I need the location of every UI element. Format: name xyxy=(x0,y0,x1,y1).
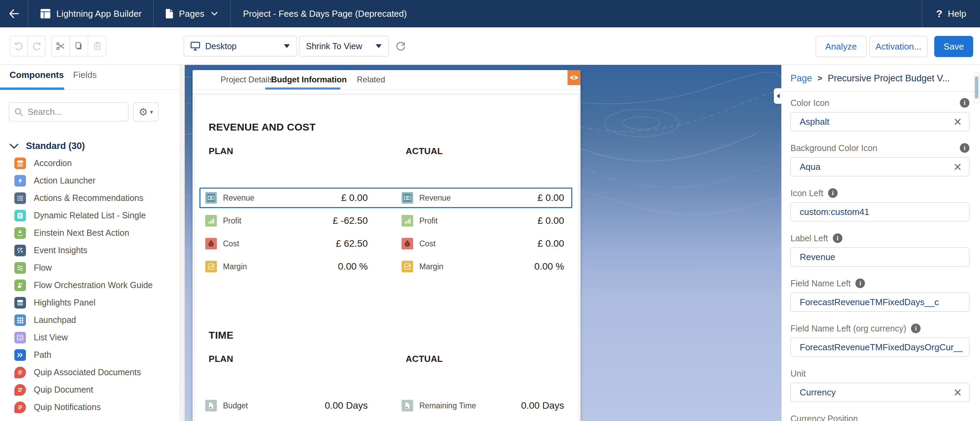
metric-value: £ 0.00 xyxy=(538,215,564,226)
breadcrumb-separator: > xyxy=(818,73,822,83)
zoom-selector[interactable]: Shrink To View xyxy=(299,36,389,56)
standard-section-header[interactable]: Standard (30) xyxy=(10,141,85,151)
search-icon xyxy=(14,107,24,117)
field-input[interactable]: Aqua× xyxy=(791,157,969,176)
analyze-button[interactable]: Analyze xyxy=(816,36,866,57)
paste-button[interactable] xyxy=(88,36,107,56)
info-icon[interactable]: i xyxy=(828,188,838,198)
component-item[interactable]: Accordion xyxy=(0,155,184,172)
tab-components[interactable]: Components xyxy=(10,70,64,80)
component-label: Einstein Next Best Action xyxy=(34,228,129,238)
field-input[interactable]: ForecastRevenueTMFixedDaysOrgCur__c xyxy=(791,338,969,357)
properties-panel: Page > Precursive Project Budget V... Co… xyxy=(781,65,980,421)
metric-value: £ -62.50 xyxy=(332,215,368,226)
component-item[interactable]: Quip Notifications xyxy=(0,399,184,416)
component-item[interactable]: List View xyxy=(0,329,184,346)
component-label: Quip Associated Documents xyxy=(34,367,141,377)
device-selector[interactable]: Desktop xyxy=(184,36,297,56)
field-label: Label Left xyxy=(791,233,828,243)
eye-icon xyxy=(570,75,578,81)
property-fields: Color IconiAsphalt×Background Color Icon… xyxy=(791,98,969,421)
metric-row[interactable]: $Cost£ 62.50$Cost£ 0.00 xyxy=(199,233,572,254)
cut-button[interactable] xyxy=(51,36,70,56)
component-item[interactable]: Action Launcher xyxy=(0,172,184,189)
back-button[interactable] xyxy=(0,0,28,27)
page-canvas: Project Details Budget Information Relat… xyxy=(185,65,781,421)
component-label: Quip Document xyxy=(34,385,93,395)
header: Lightning App Builder Pages Project - Fe… xyxy=(0,0,980,27)
metric-row[interactable]: Budget0.00 DaysRemaining Time0.00 Days xyxy=(199,395,572,416)
metric-label: Revenue xyxy=(223,193,255,203)
metric-label: Remaining Time xyxy=(419,401,476,410)
help-button[interactable]: ? Help xyxy=(922,0,980,27)
section-title: Standard (30) xyxy=(26,141,85,151)
pages-menu[interactable]: Pages xyxy=(154,0,231,27)
component-item[interactable]: Actions & Recommendations xyxy=(0,189,184,207)
component-item[interactable]: Einstein Next Best Action xyxy=(0,224,184,242)
field-input[interactable]: custom:custom41 xyxy=(791,202,969,222)
component-item[interactable]: Flow xyxy=(0,259,184,276)
metric-value: £ 0.00 xyxy=(538,192,564,203)
component-item[interactable]: Flow Orchestration Work Guide xyxy=(0,276,184,294)
info-icon[interactable]: i xyxy=(833,233,842,243)
panel-scrollbar-thumb[interactable] xyxy=(975,76,978,99)
field-input[interactable]: ForecastRevenueTMFixedDays__c xyxy=(791,292,969,312)
info-icon[interactable]: i xyxy=(911,324,921,333)
field-label: Currency Position xyxy=(791,414,858,421)
metric-row[interactable]: Profit£ -62.50Profit£ 0.00 xyxy=(199,210,572,231)
breadcrumb-page-link[interactable]: Page xyxy=(791,73,812,84)
info-icon[interactable]: i xyxy=(960,143,969,153)
component-item[interactable]: Event Insights xyxy=(0,242,184,259)
tab-project-details[interactable]: Project Details xyxy=(221,75,274,85)
refresh-button[interactable] xyxy=(391,36,410,56)
caret-down-icon: ▾ xyxy=(150,108,153,116)
component-item[interactable]: Dynamic Related List - Single xyxy=(0,207,184,224)
metric-cell-actual: Revenue£ 0.00 xyxy=(402,189,564,207)
undo-button[interactable] xyxy=(10,36,28,56)
app-builder-icon xyxy=(40,8,51,19)
app-builder-home[interactable]: Lightning App Builder xyxy=(28,0,153,27)
question-icon: ? xyxy=(936,8,942,19)
lightning-app-builder: Lightning App Builder Pages Project - Fe… xyxy=(0,0,980,421)
component-item[interactable]: Launchpad xyxy=(0,311,184,329)
field-value: ForecastRevenueTMFixedDaysOrgCur__c xyxy=(800,342,963,352)
undo-icon xyxy=(14,41,24,51)
component-item[interactable]: Quip Associated Documents xyxy=(0,364,184,381)
metric-cell-actual: $Cost£ 0.00 xyxy=(402,234,564,253)
info-icon[interactable]: i xyxy=(960,98,969,108)
metric-row[interactable]: Margin0.00 %Margin0.00 % xyxy=(199,256,572,277)
info-icon[interactable]: i xyxy=(855,279,865,288)
tab-fields[interactable]: Fields xyxy=(73,70,97,80)
copy-button[interactable] xyxy=(70,36,88,56)
collapse-panel-button[interactable] xyxy=(774,88,782,104)
tab-budget-information[interactable]: Budget Information xyxy=(271,75,347,85)
component-label: Flow xyxy=(34,263,52,273)
actual-header: ACTUAL xyxy=(406,146,443,156)
field-input[interactable]: Revenue xyxy=(791,247,969,266)
search-input[interactable] xyxy=(28,107,123,117)
component-item[interactable]: Quip Document xyxy=(0,381,184,399)
component-item[interactable]: Highlights Panel xyxy=(0,294,184,311)
activation-button[interactable]: Activation... xyxy=(869,36,928,57)
active-tab-underline xyxy=(265,88,340,89)
tab-related[interactable]: Related xyxy=(357,75,385,85)
settings-dropdown-button[interactable]: ⚙ ▾ xyxy=(133,102,158,121)
field-value: Aqua xyxy=(800,162,821,172)
field-value: custom:custom41 xyxy=(800,207,869,217)
redo-button[interactable] xyxy=(28,36,45,56)
field-input[interactable]: Currency× xyxy=(791,383,969,402)
panel-scrollbar[interactable] xyxy=(974,72,979,104)
save-button[interactable]: Save xyxy=(934,36,973,57)
sidebar-scrollbar[interactable] xyxy=(180,65,184,421)
metric-cell-plan: Profit£ -62.50 xyxy=(205,212,368,230)
metric-row[interactable]: Revenue£ 0.00Revenue£ 0.00 xyxy=(199,188,572,208)
field-value: Asphalt xyxy=(800,116,829,127)
visibility-badge[interactable] xyxy=(568,70,581,85)
actual-header: ACTUAL xyxy=(406,354,443,364)
component-item[interactable]: Path xyxy=(0,346,184,364)
svg-text:$: $ xyxy=(407,243,408,246)
field-input[interactable]: Asphalt× xyxy=(791,112,969,131)
component-list: AccordionAction LauncherActions & Recomm… xyxy=(0,155,184,416)
event-insights-icon xyxy=(14,245,26,256)
svg-text:$: $ xyxy=(210,243,212,246)
